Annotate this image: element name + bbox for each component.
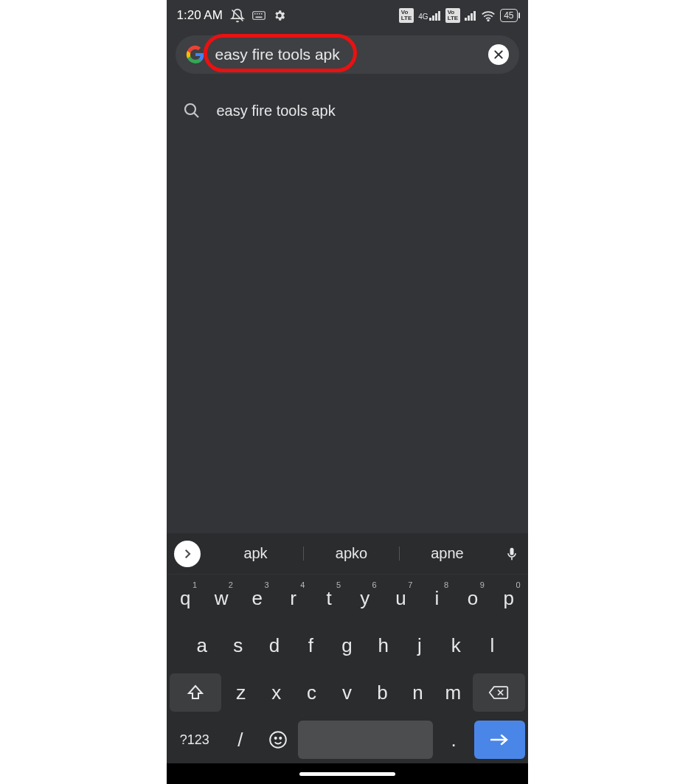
- keyboard-row-1: q1w2e3r4t5y6u7i8o9p0: [167, 575, 528, 622]
- emoji-key[interactable]: [261, 721, 295, 759]
- keyboard-small-icon: [252, 10, 266, 21]
- search-bar[interactable]: easy fire tools apk: [176, 35, 519, 74]
- svg-rect-10: [438, 11, 440, 21]
- keyboard-suggestion-strip: apk apko apne: [167, 533, 528, 575]
- keyboard-row-2: asdfghjkl: [167, 622, 528, 669]
- svg-rect-3: [257, 13, 258, 15]
- svg-rect-2: [254, 13, 256, 15]
- vibrate-off-icon: [230, 8, 245, 23]
- svg-rect-9: [435, 13, 437, 21]
- expand-suggestions-button[interactable]: [174, 541, 201, 567]
- shift-key[interactable]: [170, 673, 222, 712]
- microphone-icon: [504, 545, 519, 563]
- search-bar-container: easy fire tools apk: [167, 31, 528, 78]
- backspace-icon: [488, 684, 509, 701]
- period-key[interactable]: .: [437, 721, 471, 759]
- key-j[interactable]: j: [403, 626, 436, 665]
- key-a[interactable]: a: [186, 626, 218, 665]
- search-input[interactable]: easy fire tools apk: [215, 46, 340, 63]
- svg-point-15: [487, 20, 489, 21]
- svg-rect-11: [465, 18, 467, 21]
- svg-rect-1: [253, 12, 266, 20]
- svg-rect-6: [255, 17, 262, 18]
- key-z[interactable]: z: [225, 673, 257, 712]
- google-logo-icon: [186, 45, 205, 64]
- svg-line-19: [194, 113, 198, 117]
- key-i[interactable]: i8: [420, 579, 453, 617]
- key-s[interactable]: s: [222, 626, 254, 665]
- clear-search-button[interactable]: [488, 44, 509, 65]
- backspace-key[interactable]: [473, 673, 525, 712]
- word-suggestion[interactable]: apne: [400, 545, 496, 562]
- volte-badge-icon: VoLTE: [445, 8, 461, 23]
- key-p[interactable]: p0: [493, 579, 525, 617]
- volte-badge-icon: VoLTE: [399, 8, 414, 23]
- wifi-icon: [481, 10, 496, 21]
- key-b[interactable]: b: [367, 673, 398, 712]
- symbols-key[interactable]: ?123: [170, 721, 221, 759]
- key-w[interactable]: w2: [205, 579, 237, 617]
- gear-icon: [273, 9, 286, 22]
- suggestion-item[interactable]: easy fire tools apk: [167, 91, 528, 130]
- key-r[interactable]: r4: [277, 579, 310, 617]
- key-u[interactable]: u7: [385, 579, 417, 617]
- key-d[interactable]: d: [258, 626, 291, 665]
- arrow-right-icon: [489, 733, 510, 746]
- svg-point-25: [280, 738, 281, 739]
- svg-rect-8: [432, 15, 434, 21]
- shift-icon: [187, 684, 204, 701]
- slash-key[interactable]: /: [223, 721, 257, 759]
- spacebar-key[interactable]: [298, 721, 433, 759]
- suggestion-text: easy fire tools apk: [217, 103, 336, 119]
- clock-text: 1:20 AM: [177, 8, 223, 23]
- key-x[interactable]: x: [260, 673, 292, 712]
- key-l[interactable]: l: [476, 626, 508, 665]
- suggestion-list: easy fire tools apk: [167, 78, 528, 130]
- key-m[interactable]: m: [437, 673, 469, 712]
- svg-rect-20: [511, 558, 513, 560]
- key-v[interactable]: v: [331, 673, 363, 712]
- key-y[interactable]: y6: [349, 579, 381, 617]
- svg-rect-5: [261, 13, 263, 15]
- word-suggestion[interactable]: apko: [304, 545, 400, 562]
- enter-key[interactable]: [474, 721, 525, 759]
- key-t[interactable]: t5: [313, 579, 345, 617]
- phone-frame: 1:20 AM VoLTE 4G VoLTE: [167, 0, 528, 784]
- svg-point-23: [270, 732, 286, 748]
- svg-rect-13: [471, 13, 473, 21]
- key-q[interactable]: q1: [170, 579, 202, 617]
- on-screen-keyboard: apk apko apne q1w2e3r4t5y6u7i8o9p0 asdfg…: [167, 533, 528, 763]
- signal-icon: [429, 10, 441, 21]
- key-k[interactable]: k: [440, 626, 472, 665]
- voice-input-button[interactable]: [496, 545, 528, 563]
- chevron-right-icon: [181, 547, 194, 561]
- status-bar: 1:20 AM VoLTE 4G VoLTE: [167, 0, 528, 31]
- key-o[interactable]: o9: [457, 579, 489, 617]
- search-icon: [183, 102, 201, 119]
- word-suggestion[interactable]: apk: [208, 545, 304, 562]
- home-indicator[interactable]: [299, 772, 395, 776]
- signal-icon: [465, 10, 476, 21]
- navigation-bar: [167, 763, 528, 784]
- keyboard-row-4: ?123 / .: [167, 716, 528, 763]
- svg-rect-12: [468, 15, 470, 21]
- battery-indicator: 45: [500, 9, 517, 22]
- close-icon: [493, 49, 504, 60]
- network-4g-icon: 4G: [418, 13, 428, 21]
- svg-rect-14: [473, 11, 476, 21]
- key-g[interactable]: g: [330, 626, 363, 665]
- svg-point-18: [185, 104, 195, 114]
- svg-point-24: [274, 738, 276, 739]
- keyboard-row-3: zxcvbnm: [167, 669, 528, 716]
- svg-rect-7: [429, 18, 431, 21]
- emoji-icon: [268, 730, 288, 749]
- key-n[interactable]: n: [402, 673, 434, 712]
- key-c[interactable]: c: [296, 673, 327, 712]
- key-f[interactable]: f: [294, 626, 327, 665]
- key-e[interactable]: e3: [241, 579, 274, 617]
- key-h[interactable]: h: [367, 626, 400, 665]
- svg-rect-4: [259, 13, 260, 15]
